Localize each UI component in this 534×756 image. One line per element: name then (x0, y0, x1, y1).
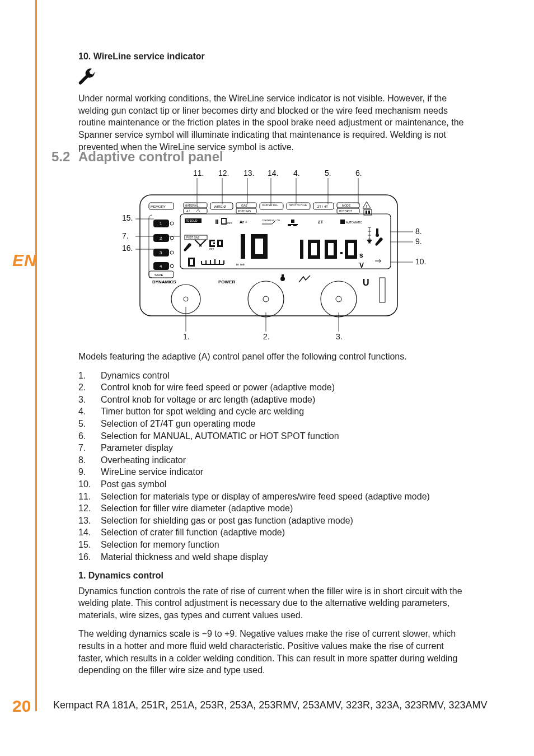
svg-text:3: 3 (160, 250, 162, 255)
section-number: 5.2 (51, 148, 78, 166)
svg-rect-106 (188, 265, 195, 267)
svg-rect-98 (209, 245, 215, 247)
svg-text:2T / 4T: 2T / 4T (317, 205, 328, 208)
svg-text:Ar +: Ar + (240, 220, 247, 224)
section-body: 10. WireLine service indicator Under nor… (78, 50, 470, 160)
footer-models: Kempact RA 181A, 251R, 251A, 253R, 253A,… (53, 698, 488, 712)
language-tag: EN (12, 249, 37, 272)
svg-rect-96 (209, 240, 215, 241)
svg-rect-80 (288, 224, 298, 225)
item10-heading: 10. WireLine service indicator (78, 50, 470, 63)
svg-rect-82 (293, 225, 297, 226)
svg-text:SAVE: SAVE (154, 273, 163, 277)
svg-rect-149 (380, 278, 385, 302)
svg-text:!: ! (366, 204, 367, 208)
svg-point-46 (170, 236, 174, 240)
control-list: 1.Dynamics control 2.Control knob for wi… (78, 370, 470, 563)
svg-point-145 (248, 281, 284, 317)
section-intro: Models featuring the adaptive (A) contro… (78, 351, 470, 363)
svg-point-137 (376, 234, 379, 237)
svg-text:5.: 5. (325, 169, 331, 178)
svg-point-146 (263, 296, 269, 302)
svg-text:2: 2 (160, 236, 162, 241)
svg-point-147 (321, 281, 357, 317)
svg-rect-97 (213, 242, 215, 244)
svg-text:CRATER FILL: CRATER FILL (262, 204, 278, 207)
svg-text:4.: 4. (293, 169, 300, 178)
svg-text:16.: 16. (122, 244, 133, 253)
dynamics-heading: 1. Dynamics control (78, 570, 470, 582)
svg-text:15.: 15. (122, 213, 133, 222)
svg-text:WIRE Ø: WIRE Ø (214, 205, 226, 208)
svg-text:2T: 2T (318, 220, 323, 225)
svg-text:13.: 13. (243, 169, 254, 178)
svg-text:10.: 10. (415, 257, 426, 266)
svg-rect-136 (376, 228, 378, 234)
svg-rect-114 (241, 234, 245, 259)
svg-text:MEMORY: MEMORY (151, 205, 166, 208)
section-title: Adaptive control panel (78, 148, 223, 166)
svg-text:HOT SPOT: HOT SPOT (339, 210, 352, 213)
control-panel-figure: 11. 12. 13. 14. 4. 5. 6. 15. 7. 16. (112, 168, 437, 342)
svg-text:9.: 9. (415, 237, 422, 246)
svg-text:MATERIAL: MATERIAL (185, 204, 199, 207)
svg-text:7.: 7. (122, 231, 129, 240)
svg-point-140 (280, 277, 285, 281)
svg-rect-102 (217, 245, 223, 247)
svg-text:MODE: MODE (342, 204, 351, 207)
svg-rect-118 (251, 254, 268, 259)
svg-text:POST GAS: POST GAS (186, 236, 199, 239)
page-number: 20 (12, 695, 31, 718)
svg-point-47 (170, 251, 174, 254)
svg-text:mm: mm (209, 247, 214, 250)
svg-text:14.: 14. (268, 169, 278, 178)
svg-rect-128 (325, 255, 337, 259)
dynamics-p2: The welding dynamics scale is −9 to +9. … (78, 628, 470, 676)
item10-body: Under normal working conditions, the Wir… (78, 92, 470, 153)
svg-text:U: U (363, 278, 369, 287)
svg-rect-133 (345, 255, 357, 259)
svg-text:AUTOMATIC: AUTOMATIC (346, 221, 362, 224)
svg-text:CRATER FILL ON: CRATER FILL ON (262, 219, 280, 222)
svg-text:POWER: POWER (218, 279, 235, 284)
wrench-icon (77, 67, 96, 86)
svg-text:SPOT / CYCLE: SPOT / CYCLE (289, 204, 307, 207)
section-heading: 5.2 Adaptive control panel (51, 148, 223, 166)
svg-text:6.: 6. (355, 169, 362, 178)
svg-text:V: V (359, 262, 364, 269)
svg-rect-84 (340, 220, 345, 224)
svg-rect-72 (366, 211, 367, 214)
svg-rect-120 (300, 240, 303, 259)
svg-text:DYNAMICS: DYNAMICS (152, 279, 176, 284)
svg-rect-73 (368, 211, 370, 214)
svg-text:8.: 8. (415, 227, 422, 236)
svg-text:GAS: GAS (241, 204, 247, 207)
svg-text:FE SOLID: FE SOLID (186, 220, 198, 222)
svg-rect-141 (282, 274, 284, 277)
svg-rect-79 (291, 220, 294, 223)
svg-text:m min: m min (236, 263, 245, 266)
svg-text:POST GAS: POST GAS (238, 210, 251, 213)
svg-rect-129 (340, 252, 343, 254)
section-content: 11. 12. 13. 14. 4. 5. 6. 15. 7. 16. (78, 166, 470, 683)
svg-point-148 (336, 296, 341, 302)
side-rule (35, 0, 37, 711)
svg-text:1: 1 (160, 221, 162, 226)
svg-text:12.: 12. (218, 169, 229, 178)
svg-rect-124 (308, 255, 320, 259)
svg-text:11.: 11. (193, 169, 204, 178)
svg-text:mm: mm (227, 221, 232, 225)
svg-point-45 (170, 222, 174, 225)
svg-text:3.: 3. (336, 332, 343, 341)
svg-rect-81 (288, 225, 291, 226)
dynamics-p1: Dynamics function controls the rate of r… (78, 585, 470, 622)
svg-text:A /: A / (186, 209, 190, 213)
svg-text:2.: 2. (263, 332, 270, 341)
svg-text:s: s (359, 251, 363, 259)
svg-text:1.: 1. (183, 332, 190, 341)
svg-point-48 (170, 264, 174, 268)
svg-point-144 (184, 297, 188, 301)
svg-text:4: 4 (160, 264, 162, 269)
